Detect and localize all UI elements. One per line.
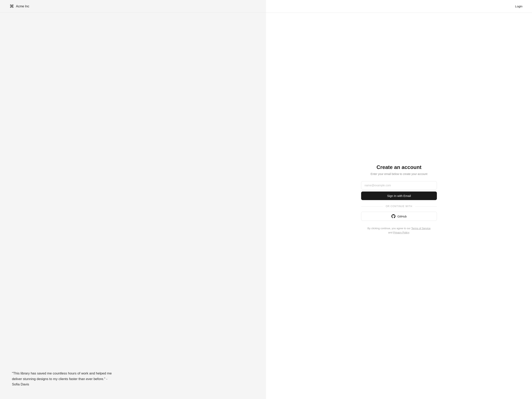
left-panel: "This library has saved me countless hou… (0, 0, 266, 399)
right-panel: Create an account Enter your email below… (266, 0, 532, 399)
divider-row: OR CONTINUE WITH (361, 205, 437, 208)
quote-text: "This library has saved me countless hou… (12, 371, 116, 387)
sign-in-button[interactable]: Sign In with Email (361, 192, 437, 200)
github-label: GitHub (397, 215, 407, 218)
terms-text: By clicking continue, you agree to our T… (365, 226, 433, 235)
logo-icon: ⌘ (10, 4, 14, 9)
github-icon (391, 214, 395, 218)
main-layout: "This library has saved me countless hou… (0, 0, 532, 399)
top-bar: ⌘ Acme Inc Login (0, 0, 532, 13)
terms-prefix: By clicking continue, you agree to our (367, 227, 411, 230)
divider-text: OR CONTINUE WITH (386, 205, 412, 208)
auth-subtitle: Enter your email below to create your ac… (371, 172, 428, 176)
terms-suffix: . (409, 231, 410, 234)
github-button[interactable]: GitHub (361, 212, 437, 221)
email-input[interactable] (361, 181, 437, 190)
logo-text: Acme Inc (16, 5, 29, 8)
privacy-policy-link[interactable]: Privacy Policy (393, 231, 409, 234)
terms-of-service-link[interactable]: Terms of Service (411, 227, 431, 230)
divider-right (415, 206, 437, 206)
terms-middle: and (388, 231, 393, 234)
logo-area: ⌘ Acme Inc (10, 4, 29, 9)
auth-title: Create an account (376, 164, 421, 170)
auth-container: Create an account Enter your email below… (361, 164, 437, 235)
divider-left (361, 206, 383, 206)
login-link[interactable]: Login (515, 5, 522, 8)
